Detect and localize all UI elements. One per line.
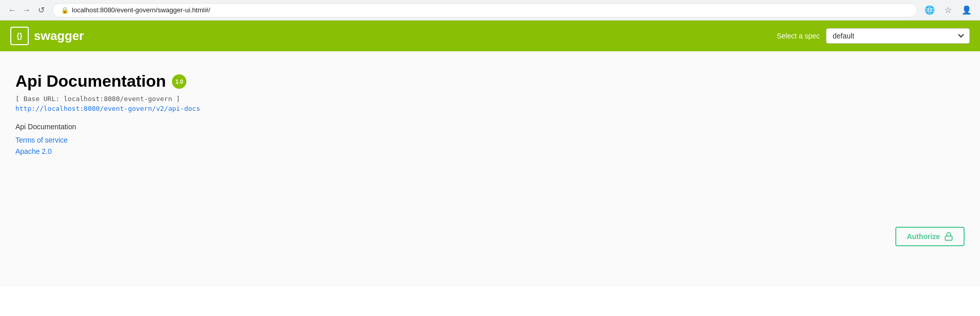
swagger-logo-icon: {} bbox=[10, 27, 29, 45]
swagger-logo: {} swagger bbox=[10, 27, 84, 45]
browser-chrome: ← → ↺ 🔒 localhost:8080/event-govern/swag… bbox=[0, 0, 980, 21]
nav-buttons: ← → ↺ bbox=[6, 4, 47, 16]
url-text: localhost:8080/event-govern/swagger-ui.h… bbox=[72, 6, 210, 14]
back-icon: ← bbox=[8, 6, 16, 15]
base-url: [ Base URL: localhost:8080/event-govern … bbox=[15, 95, 965, 103]
profile-icon: 👤 bbox=[962, 5, 972, 15]
lock-icon bbox=[944, 232, 953, 241]
logo-braces: {} bbox=[17, 32, 23, 40]
browser-action-buttons: 🌐 ☆ 👤 bbox=[923, 3, 974, 17]
spec-selector: Select a spec default bbox=[777, 28, 970, 44]
spec-dropdown[interactable]: default bbox=[826, 28, 970, 44]
apache-license-link[interactable]: Apache 2.0 bbox=[15, 147, 965, 155]
swagger-header: {} swagger Select a spec default bbox=[0, 21, 980, 51]
translate-button[interactable]: 🌐 bbox=[923, 3, 937, 17]
svg-rect-0 bbox=[945, 236, 952, 240]
address-bar[interactable]: 🔒 localhost:8080/event-govern/swagger-ui… bbox=[52, 3, 917, 17]
forward-icon: → bbox=[23, 6, 31, 15]
translate-icon: 🌐 bbox=[925, 5, 935, 15]
terms-of-service-link[interactable]: Terms of service bbox=[15, 136, 965, 144]
reload-icon: ↺ bbox=[38, 5, 45, 15]
main-content: Api Documentation 1.0 [ Base URL: localh… bbox=[0, 51, 980, 287]
api-title-row: Api Documentation 1.0 bbox=[15, 72, 965, 91]
back-button[interactable]: ← bbox=[6, 4, 18, 16]
authorize-label: Authorize bbox=[907, 232, 940, 241]
forward-button[interactable]: → bbox=[21, 4, 33, 16]
spec-label: Select a spec bbox=[777, 32, 820, 40]
api-description: Api Documentation bbox=[15, 123, 965, 131]
api-docs-link[interactable]: http://localhost:8080/event-govern/v2/ap… bbox=[15, 105, 965, 112]
swagger-logo-text: swagger bbox=[34, 29, 84, 43]
profile-button[interactable]: 👤 bbox=[959, 3, 974, 17]
bookmark-button[interactable]: ☆ bbox=[941, 3, 955, 17]
version-badge: 1.0 bbox=[172, 74, 186, 89]
bookmark-icon: ☆ bbox=[945, 5, 952, 15]
authorize-button[interactable]: Authorize bbox=[895, 227, 965, 246]
api-title: Api Documentation bbox=[15, 72, 166, 91]
security-icon: 🔒 bbox=[61, 7, 69, 14]
reload-button[interactable]: ↺ bbox=[35, 4, 47, 16]
authorize-section: Authorize bbox=[895, 227, 965, 246]
